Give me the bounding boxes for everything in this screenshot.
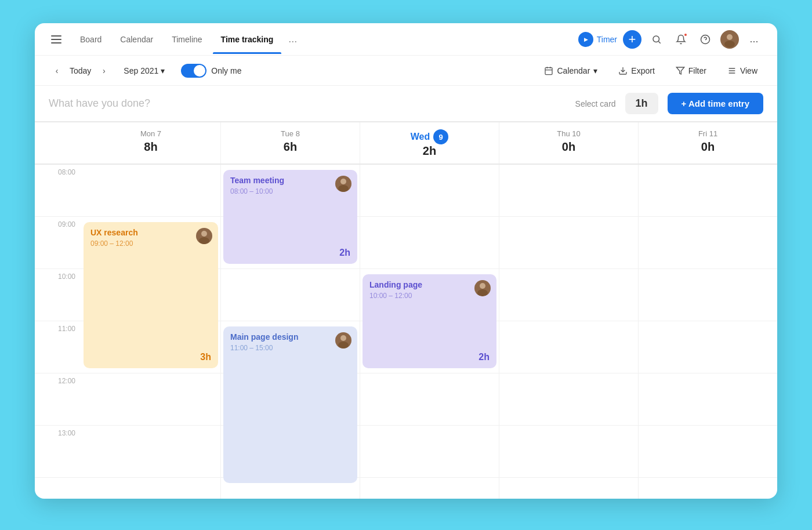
event-team-time: 08:00 – 10:00: [230, 187, 350, 195]
duration-input[interactable]: 1h: [625, 93, 658, 114]
only-me-toggle[interactable]: Only me: [181, 64, 241, 78]
chevron-down-icon: ▾: [161, 66, 165, 75]
nav-more-icon[interactable]: ...: [745, 30, 763, 49]
export-button[interactable]: Export: [612, 63, 660, 79]
time-column: 08:00 09:00 10:00 11:00 12:00 13:00: [35, 165, 81, 499]
hour-cell-fri11-10[interactable]: [639, 269, 777, 321]
nav-bar: Board Calendar Timeline Time tracking ..…: [35, 23, 777, 56]
hour-cell-mon7-08[interactable]: [81, 165, 220, 217]
calendar-container: Mon 7 8h Tue 8 6h Wed 9 2h: [35, 122, 777, 499]
hour-cell-fri11-09[interactable]: [639, 217, 777, 269]
event-landing-duration: 2h: [478, 352, 490, 362]
view-label: View: [740, 66, 757, 75]
svg-point-22: [477, 289, 488, 296]
hour-cell-tue8-10[interactable]: [221, 269, 360, 321]
timer-play-icon: [578, 32, 593, 47]
timer-button[interactable]: Timer: [578, 32, 617, 47]
event-team-meeting[interactable]: Team meeting 08:00 – 10:00 2h: [223, 170, 357, 264]
nav-tabs: Board Calendar Timeline Time tracking ..…: [72, 30, 574, 49]
search-icon[interactable]: [647, 30, 666, 49]
hour-cell-thu10-11[interactable]: [499, 321, 638, 373]
hour-cell-fri11-13[interactable]: [639, 426, 777, 478]
svg-line-1: [658, 41, 660, 43]
svg-point-0: [653, 36, 659, 42]
hour-cell-fri11-08[interactable]: [639, 165, 777, 217]
event-main-page-design[interactable]: Main page design 11:00 – 15:00: [223, 326, 357, 483]
notifications-icon[interactable]: [672, 30, 690, 49]
day-hours-thu10: 0h: [504, 140, 633, 154]
day-name-thu10: Thu 10: [504, 129, 633, 138]
tab-more[interactable]: ...: [284, 31, 302, 48]
toggle-switch[interactable]: [181, 64, 206, 78]
date-selector[interactable]: Sep 2021 ▾: [119, 64, 169, 78]
hour-cell-fri11-12[interactable]: [639, 373, 777, 426]
day-col-thu10[interactable]: [499, 165, 638, 499]
event-main-avatar: [335, 332, 351, 349]
hour-cell-mon7-12[interactable]: [81, 373, 220, 426]
view-icon: [727, 66, 737, 75]
help-icon[interactable]: [696, 30, 715, 49]
calendar-header: Mon 7 8h Tue 8 6h Wed 9 2h: [35, 122, 777, 165]
tab-time-tracking[interactable]: Time tracking: [213, 30, 282, 49]
event-ux-title: UX research: [90, 228, 211, 237]
event-ux-research[interactable]: UX research 09:00 – 12:00 3h: [84, 222, 218, 368]
today-button[interactable]: Today: [70, 66, 91, 75]
event-team-title: Team meeting: [230, 176, 350, 185]
calendar-button[interactable]: Calendar ▾: [538, 63, 603, 79]
add-time-entry-button[interactable]: + Add time entry: [668, 93, 763, 114]
hour-cell-thu10-08[interactable]: [499, 165, 638, 217]
filter-button[interactable]: Filter: [670, 63, 712, 79]
tab-calendar[interactable]: Calendar: [112, 30, 161, 49]
today-day-name: Wed: [411, 132, 430, 142]
time-entry-row: What have you done? Select card 1h + Add…: [35, 86, 777, 122]
timer-label: Timer: [597, 35, 617, 44]
hour-cell-wed9-08[interactable]: [360, 165, 499, 217]
user-avatar[interactable]: [720, 30, 739, 49]
time-entry-input[interactable]: What have you done?: [49, 97, 566, 110]
nav-actions: Timer + ...: [578, 30, 763, 49]
view-button[interactable]: View: [722, 63, 763, 79]
svg-point-21: [480, 283, 485, 289]
day-name-tue8: Tue 8: [226, 129, 355, 138]
date-label: Sep 2021: [124, 66, 158, 75]
hour-cell-thu10-12[interactable]: [499, 373, 638, 426]
hour-cell-thu10-13[interactable]: [499, 426, 638, 478]
prev-button[interactable]: ‹: [49, 63, 65, 79]
notification-dot: [683, 32, 688, 37]
filter-label: Filter: [688, 66, 706, 75]
svg-rect-6: [545, 67, 552, 74]
hour-cell-mon7-13[interactable]: [81, 426, 220, 478]
event-main-title: Main page design: [230, 332, 350, 342]
day-name-mon7: Mon 7: [86, 129, 216, 138]
only-me-label: Only me: [211, 66, 241, 75]
day-col-fri11[interactable]: [638, 165, 777, 499]
event-landing-title: Landing page: [369, 280, 490, 289]
time-slot-09: 09:00: [35, 217, 81, 269]
app-window: Board Calendar Timeline Time tracking ..…: [35, 23, 777, 499]
event-ux-time: 09:00 – 12:00: [90, 239, 211, 248]
hamburger-menu[interactable]: [49, 30, 67, 49]
time-slot-10: 10:00: [35, 269, 81, 321]
day-col-tue8[interactable]: Team meeting 08:00 – 10:00 2h Main page …: [220, 165, 360, 499]
event-landing-avatar: [474, 280, 491, 296]
tab-board[interactable]: Board: [72, 30, 110, 49]
hour-cell-wed9-12[interactable]: [360, 373, 499, 426]
hour-cell-thu10-09[interactable]: [499, 217, 638, 269]
event-landing-time: 10:00 – 12:00: [369, 292, 490, 300]
day-col-mon7[interactable]: UX research 09:00 – 12:00 3h: [81, 165, 220, 499]
hour-cell-wed9-13[interactable]: [360, 426, 499, 478]
add-button[interactable]: +: [623, 30, 641, 49]
calendar-icon: [544, 66, 553, 75]
svg-point-17: [340, 179, 346, 184]
svg-point-5: [724, 41, 735, 48]
select-card-button[interactable]: Select card: [575, 99, 616, 108]
event-team-duration: 2h: [339, 248, 350, 258]
tab-timeline[interactable]: Timeline: [164, 30, 210, 49]
hour-cell-thu10-10[interactable]: [499, 269, 638, 321]
hour-cell-wed9-09[interactable]: [360, 217, 499, 269]
hour-cell-fri11-11[interactable]: [639, 321, 777, 373]
event-landing-page[interactable]: Landing page 10:00 – 12:00 2h ☛: [362, 274, 496, 368]
day-hours-tue8: 6h: [226, 140, 355, 154]
day-col-wed9[interactable]: Landing page 10:00 – 12:00 2h ☛: [360, 165, 499, 499]
next-button[interactable]: ›: [96, 63, 112, 79]
